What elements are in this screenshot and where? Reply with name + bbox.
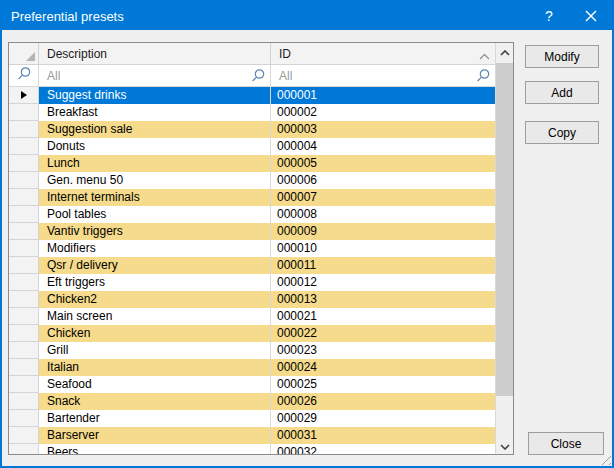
select-all-corner-cell[interactable] bbox=[9, 43, 39, 65]
table-row[interactable]: Barserver 000031 bbox=[9, 427, 495, 444]
table-row[interactable]: Snack 000026 bbox=[9, 393, 495, 410]
table-row[interactable]: Bartender 000029 bbox=[9, 410, 495, 427]
row-indicator-cell bbox=[9, 138, 39, 155]
description-cell: Seafood bbox=[39, 376, 271, 393]
scroll-down-button[interactable] bbox=[496, 437, 513, 454]
row-indicator-cell bbox=[9, 223, 39, 240]
description-cell: Grill bbox=[39, 342, 271, 359]
table-row[interactable]: Eft triggers 000012 bbox=[9, 274, 495, 291]
scrollbar-thumb[interactable] bbox=[496, 63, 513, 396]
id-cell: 000029 bbox=[271, 410, 495, 427]
description-cell: Eft triggers bbox=[39, 274, 271, 291]
row-indicator-cell bbox=[9, 257, 39, 274]
row-indicator-cell bbox=[9, 206, 39, 223]
row-indicator-cell bbox=[9, 104, 39, 121]
table-body: Suggest drinks 000001 Breakfast 000002 S… bbox=[9, 87, 495, 455]
close-button[interactable]: Close bbox=[528, 432, 604, 455]
row-indicator-cell bbox=[9, 444, 39, 455]
table-row[interactable]: Suggest drinks 000001 bbox=[9, 87, 495, 104]
presets-table-main: Description ID bbox=[9, 43, 495, 454]
row-indicator-cell bbox=[9, 427, 39, 444]
table-row[interactable]: Gen. menu 50 000006 bbox=[9, 172, 495, 189]
description-cell: Main screen bbox=[39, 308, 271, 325]
id-cell: 000010 bbox=[271, 240, 495, 257]
window-title: Preferential presets bbox=[2, 9, 528, 24]
table-row[interactable]: Main screen 000021 bbox=[9, 308, 495, 325]
table-row[interactable]: Seafood 000025 bbox=[9, 376, 495, 393]
description-cell: Bartender bbox=[39, 410, 271, 427]
table-row[interactable]: Breakfast 000002 bbox=[9, 104, 495, 121]
modify-button[interactable]: Modify bbox=[525, 45, 599, 68]
column-header-description[interactable]: Description bbox=[39, 43, 271, 65]
table-row[interactable]: Chicken2 000013 bbox=[9, 291, 495, 308]
table-row[interactable]: Chicken 000022 bbox=[9, 325, 495, 342]
search-icon[interactable] bbox=[475, 68, 491, 87]
description-filter-input[interactable] bbox=[39, 65, 270, 86]
id-cell: 000007 bbox=[271, 189, 495, 206]
help-icon: ? bbox=[545, 8, 553, 24]
description-cell: Breakfast bbox=[39, 104, 271, 121]
id-filter-input[interactable] bbox=[271, 65, 495, 86]
add-button[interactable]: Add bbox=[525, 81, 599, 104]
copy-button[interactable]: Copy bbox=[525, 121, 599, 144]
id-cell: 000005 bbox=[271, 155, 495, 172]
column-header-id-label: ID bbox=[279, 47, 291, 61]
description-cell: Suggest drinks bbox=[39, 87, 271, 104]
id-cell: 000026 bbox=[271, 393, 495, 410]
row-indicator-cell bbox=[9, 240, 39, 257]
chevron-down-icon bbox=[500, 439, 510, 453]
description-cell: Chicken2 bbox=[39, 291, 271, 308]
id-cell: 000003 bbox=[271, 121, 495, 138]
id-cell: 000011 bbox=[271, 257, 495, 274]
table-row[interactable]: Donuts 000004 bbox=[9, 138, 495, 155]
id-cell: 000021 bbox=[271, 308, 495, 325]
id-cell: 000012 bbox=[271, 274, 495, 291]
sort-ascending-icon bbox=[479, 49, 490, 63]
id-cell: 000022 bbox=[271, 325, 495, 342]
close-window-button[interactable] bbox=[570, 2, 612, 30]
table-row[interactable]: Beers 000032 bbox=[9, 444, 495, 455]
table-row[interactable]: Vantiv triggers 000009 bbox=[9, 223, 495, 240]
row-indicator-cell bbox=[9, 393, 39, 410]
filter-cell-id bbox=[271, 65, 495, 87]
id-cell: 000023 bbox=[271, 342, 495, 359]
id-cell: 000006 bbox=[271, 172, 495, 189]
table-row[interactable]: Modifiers 000010 bbox=[9, 240, 495, 257]
row-indicator-cell bbox=[9, 172, 39, 189]
row-indicator-cell bbox=[9, 308, 39, 325]
description-cell: Donuts bbox=[39, 138, 271, 155]
row-indicator-cell bbox=[9, 274, 39, 291]
id-cell: 000032 bbox=[271, 444, 495, 455]
id-cell: 000025 bbox=[271, 376, 495, 393]
preferential-presets-dialog: Preferential presets ? Description bbox=[0, 0, 614, 468]
column-header-id[interactable]: ID bbox=[271, 43, 495, 65]
table-row[interactable]: Internet terminals 000007 bbox=[9, 189, 495, 206]
column-header-description-label: Description bbox=[47, 47, 107, 61]
row-indicator-cell bbox=[9, 376, 39, 393]
description-cell: Internet terminals bbox=[39, 189, 271, 206]
id-cell: 000031 bbox=[271, 427, 495, 444]
description-cell: Barserver bbox=[39, 427, 271, 444]
table-row[interactable]: Lunch 000005 bbox=[9, 155, 495, 172]
table-row[interactable]: Pool tables 000008 bbox=[9, 206, 495, 223]
table-row[interactable]: Grill 000023 bbox=[9, 342, 495, 359]
id-cell: 000001 bbox=[271, 87, 495, 104]
row-indicator-cell bbox=[9, 359, 39, 376]
search-icon bbox=[16, 66, 32, 85]
description-cell: Vantiv triggers bbox=[39, 223, 271, 240]
table-header-row: Description ID bbox=[9, 43, 495, 65]
row-indicator-cell bbox=[9, 121, 39, 138]
vertical-scrollbar[interactable] bbox=[495, 43, 513, 454]
scroll-up-button[interactable] bbox=[496, 43, 513, 60]
help-button[interactable]: ? bbox=[528, 2, 570, 30]
table-row[interactable]: Suggestion sale 000003 bbox=[9, 121, 495, 138]
table-row[interactable]: Qsr / delivery 000011 bbox=[9, 257, 495, 274]
description-cell: Modifiers bbox=[39, 240, 271, 257]
id-cell: 000013 bbox=[271, 291, 495, 308]
current-row-arrow-icon bbox=[21, 91, 27, 99]
filter-row bbox=[9, 65, 495, 87]
table-row[interactable]: Italian 000024 bbox=[9, 359, 495, 376]
row-indicator-cell bbox=[9, 342, 39, 359]
row-indicator-cell bbox=[9, 410, 39, 427]
search-icon[interactable] bbox=[250, 68, 266, 87]
